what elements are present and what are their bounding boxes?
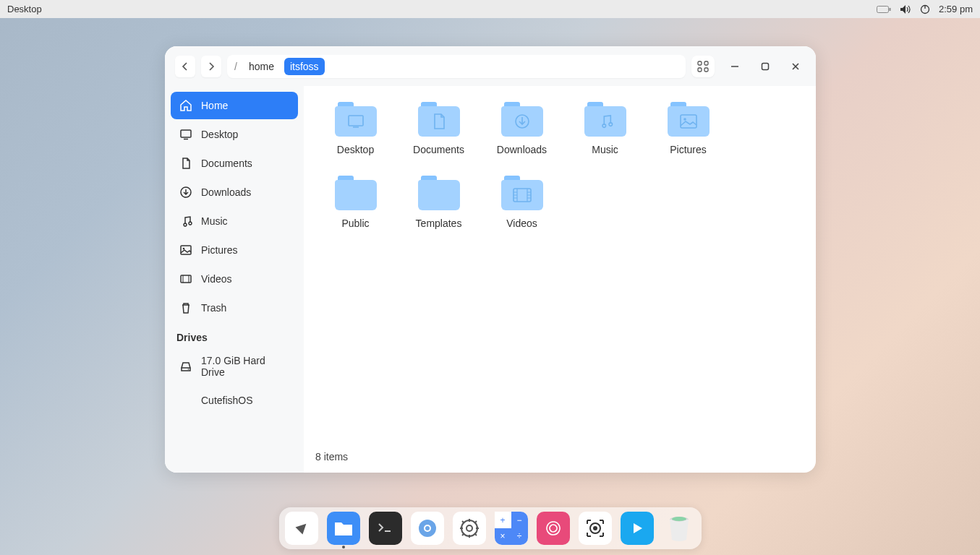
sidebar-item-label: 17.0 GiB Hard Drive (201, 355, 289, 378)
sidebar-item-drive[interactable]: 17.0 GiB Hard Drive (171, 348, 298, 385)
item-count: 8 items (315, 451, 348, 462)
close-button[interactable] (785, 56, 806, 77)
sidebar-item-cutefishos[interactable]: CutefishOS (171, 387, 298, 414)
sidebar-item-downloads[interactable]: Downloads (171, 178, 298, 206)
back-button[interactable] (175, 56, 195, 77)
svg-text:÷: ÷ (516, 531, 521, 541)
svg-rect-6 (698, 68, 702, 72)
folder-icon (335, 102, 377, 137)
sidebar-item-label: Documents (201, 158, 252, 169)
folder-music[interactable]: Music (563, 102, 647, 155)
dock-browser[interactable] (411, 512, 444, 545)
power-icon[interactable] (920, 4, 930, 14)
folder-icon (501, 176, 543, 210)
svg-text:−: − (516, 515, 521, 525)
dock-terminal[interactable] (369, 512, 402, 545)
sidebar-item-desktop[interactable]: Desktop (171, 121, 298, 148)
file-manager-window: / home itsfoss Home Desktop (165, 46, 816, 473)
view-toggle-button[interactable] (691, 56, 715, 77)
svg-line-43 (462, 521, 464, 523)
folder-grid: Desktop Documents Downloads (308, 90, 811, 447)
folder-templates[interactable]: Templates (397, 176, 480, 229)
dock-trash[interactable] (662, 512, 696, 545)
svg-point-38 (466, 525, 472, 531)
folder-label: Pictures (670, 144, 707, 155)
document-icon (179, 157, 192, 170)
folder-label: Public (341, 218, 369, 229)
sidebar-item-home[interactable]: Home (171, 92, 298, 119)
sidebar-item-label: CutefishOS (201, 395, 253, 406)
svg-rect-9 (762, 63, 769, 69)
battery-icon[interactable] (877, 5, 891, 14)
sidebar-item-music[interactable]: Music (171, 207, 298, 235)
sidebar: Home Desktop Documents Downloads Music P… (165, 86, 304, 473)
sidebar-item-label: Desktop (201, 129, 238, 140)
sidebar-item-label: Pictures (201, 244, 238, 256)
breadcrumb-current[interactable]: itsfoss (284, 58, 325, 75)
svg-rect-10 (181, 130, 191, 137)
svg-rect-0 (877, 6, 889, 12)
folder-icon (335, 176, 377, 210)
sidebar-drives-heading: Drives (171, 323, 298, 348)
svg-text:×: × (500, 531, 505, 541)
dock-debian[interactable] (537, 512, 570, 545)
svg-line-46 (474, 521, 477, 523)
folder-desktop[interactable]: Desktop (314, 102, 397, 155)
svg-line-45 (462, 533, 464, 535)
desktop-icon (179, 128, 192, 141)
dock-files[interactable] (327, 512, 360, 545)
folder-label: Documents (413, 144, 464, 155)
breadcrumb-root[interactable]: / (233, 61, 239, 72)
forward-button[interactable] (201, 56, 221, 77)
svg-point-36 (425, 526, 430, 530)
sidebar-item-label: Home (201, 100, 228, 111)
dock-launcher[interactable] (285, 512, 318, 545)
topbar-clock[interactable]: 2:59 pm (939, 4, 973, 14)
maximize-button[interactable] (755, 56, 775, 77)
folder-documents[interactable]: Documents (397, 102, 480, 155)
svg-rect-5 (704, 61, 708, 65)
folder-icon (501, 102, 543, 137)
svg-point-56 (672, 517, 686, 521)
sidebar-item-videos[interactable]: Videos (171, 265, 298, 293)
folder-downloads[interactable]: Downloads (480, 102, 563, 155)
svg-text:+: + (500, 515, 505, 525)
folder-icon (418, 102, 460, 137)
breadcrumb-home[interactable]: home (243, 58, 280, 75)
folder-videos[interactable]: Videos (480, 176, 563, 229)
svg-point-18 (188, 369, 189, 370)
picture-icon (179, 244, 192, 257)
dock-video-player[interactable] (621, 512, 654, 545)
sidebar-item-label: Music (201, 215, 228, 227)
folder-label: Templates (416, 218, 462, 229)
folder-label: Desktop (337, 144, 374, 155)
svg-rect-7 (704, 68, 708, 72)
folder-icon (668, 102, 710, 137)
folder-icon (584, 102, 626, 137)
dock-calculator[interactable]: +−×÷ (495, 512, 528, 545)
home-icon (179, 99, 192, 112)
top-bar: Desktop 2:59 pm (0, 0, 980, 18)
window-toolbar: / home itsfoss (165, 46, 816, 86)
dock: +−×÷ (279, 507, 702, 549)
svg-rect-1 (890, 8, 891, 11)
volume-icon[interactable] (900, 4, 911, 14)
folder-pictures[interactable]: Pictures (647, 102, 730, 155)
sidebar-item-label: Videos (201, 273, 232, 285)
folder-public[interactable]: Public (314, 176, 397, 229)
blank-icon (179, 394, 192, 407)
dock-screenshot[interactable] (579, 512, 612, 545)
sidebar-item-documents[interactable]: Documents (171, 150, 298, 177)
sidebar-item-trash[interactable]: Trash (171, 294, 298, 322)
dock-settings[interactable] (453, 512, 486, 545)
svg-rect-15 (181, 275, 191, 283)
svg-point-23 (683, 118, 686, 121)
svg-point-14 (183, 248, 185, 250)
svg-point-54 (593, 526, 597, 530)
sidebar-item-label: Downloads (201, 186, 251, 198)
breadcrumb[interactable]: / home itsfoss (227, 55, 686, 78)
sidebar-item-pictures[interactable]: Pictures (171, 236, 298, 264)
minimize-button[interactable] (725, 56, 745, 77)
svg-rect-22 (681, 115, 696, 128)
sidebar-item-label: Trash (201, 302, 226, 314)
